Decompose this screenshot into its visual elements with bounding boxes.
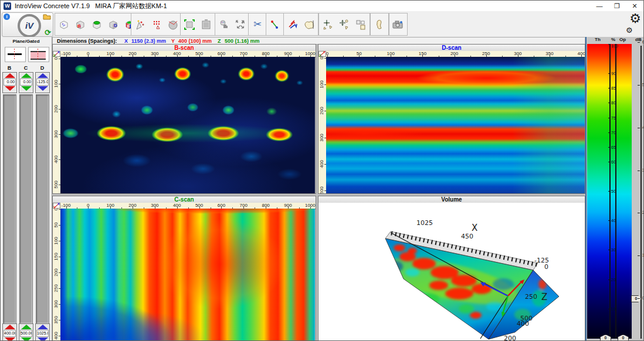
dimensions-label: Dimensions (Spacings): [57, 38, 117, 44]
toolbar-group-cut: ✂ [248, 13, 267, 36]
gated-mode-button[interactable] [28, 47, 49, 62]
percent-tick-label: 20 [611, 278, 616, 282]
pointer-markers-button[interactable] [132, 14, 148, 35]
b-scan-axis-corner: X Z [53, 51, 60, 57]
b-bottom-value[interactable]: 400.00 [4, 330, 16, 337]
c-bottom-decrease-button[interactable] [21, 337, 32, 341]
percent-tick-label: 40 [611, 219, 616, 223]
c-top-value[interactable]: 0.00 [20, 79, 32, 86]
move-objects-button[interactable] [336, 14, 352, 35]
dim-z-value: 500 (1.16) mm [225, 38, 260, 44]
introview-logo: iV [18, 14, 41, 37]
move-objects-icon [338, 19, 350, 30]
close-button[interactable]: ✕ [626, 1, 643, 11]
d-bottom-value[interactable]: 1025.00 [36, 330, 49, 337]
d-top-decrease-button[interactable] [38, 86, 48, 91]
db-marker[interactable]: 0 [631, 295, 641, 302]
settings-gears-button[interactable]: ⚙ ⚙ [626, 12, 642, 35]
percent-column-label: % [611, 37, 615, 42]
d-bottom-increase-button[interactable] [38, 325, 48, 329]
align-objects-button[interactable] [320, 14, 336, 35]
d-top-increase-button[interactable] [38, 73, 48, 78]
panel-view-button[interactable] [198, 14, 214, 35]
axis-tick-label: 500 [319, 184, 325, 193]
maximize-button[interactable]: ❐ [608, 1, 626, 11]
expand-arrows-button[interactable] [232, 14, 249, 35]
c-scan-cube-button[interactable] [89, 14, 105, 35]
d-slider-track[interactable] [36, 94, 49, 324]
b-scan-y-axis: 0100200300400500 [53, 57, 61, 193]
snapshot-camera-button[interactable] [390, 14, 406, 35]
volume-x-max-label: 1025 [416, 219, 433, 227]
d-bottom-decrease-button[interactable] [38, 337, 48, 341]
volume-view-cube-icon [58, 19, 70, 30]
b-scan-cube-icon: B [74, 19, 86, 30]
svg-text:B: B [77, 23, 81, 29]
volume-view-cube-button[interactable] [56, 14, 72, 35]
color-scale-gradient[interactable]: 100908580757065605040302010 [587, 44, 632, 339]
dim-x-label: X [124, 38, 128, 44]
c-top-decrease-button[interactable] [21, 86, 32, 91]
minimize-button[interactable]: — [591, 1, 608, 11]
arrange-boxes-button[interactable] [352, 14, 369, 35]
c-top-increase-button[interactable] [21, 73, 32, 78]
c-bottom-increase-button[interactable] [21, 325, 32, 329]
scissors-cut-button[interactable]: ✂ [249, 14, 266, 35]
db-column-label: dB [635, 37, 642, 42]
c-bottom-value[interactable]: 500.00 [20, 330, 32, 337]
navigate-arrows-icon [287, 19, 299, 30]
volume-x-mid-label: 450 [461, 233, 473, 240]
b-top-increase-button[interactable] [5, 73, 15, 78]
pointer-markers-icon [134, 19, 146, 30]
opacity-column-label: Op [619, 37, 626, 42]
render-options-button[interactable] [216, 14, 232, 35]
d-top-value[interactable]: -125.00 [36, 79, 49, 86]
b-bottom-increase-button[interactable] [5, 325, 15, 329]
foot-switch-button[interactable] [371, 14, 388, 35]
c-scan-axis-corner: X Y [53, 203, 60, 209]
info-button[interactable]: i [4, 13, 10, 20]
percent-tick-label: 75 [611, 116, 616, 121]
measure-vector-button[interactable] [267, 14, 283, 35]
measure-vector-icon [269, 19, 281, 30]
toolbar-group-foot [370, 13, 389, 36]
slider-column-d: -125.00 1025.00 [35, 72, 50, 341]
volume-y-max-label: 400 [517, 320, 529, 328]
c-slider-track[interactable] [19, 94, 33, 324]
b-bottom-decrease-button[interactable] [5, 337, 15, 341]
plane-mode-button[interactable] [5, 47, 26, 62]
b-top-decrease-button[interactable] [5, 86, 15, 91]
toolbar: i iV ⟳ B D BD [1, 11, 644, 37]
volume-3d-view[interactable]: 1025 X 450 -125 0 250 Z 500 400 200 [318, 203, 585, 341]
toolbar-group-render [215, 13, 250, 36]
b-scan-cube-button[interactable]: B [72, 14, 89, 35]
percent-tick-label: 80 [611, 101, 616, 105]
contour-shape-button[interactable] [301, 14, 317, 35]
fit-selection-button[interactable] [181, 14, 198, 35]
point-cloud-button[interactable] [148, 14, 165, 35]
slider-column-c: 0.00 500.00 [19, 72, 33, 341]
camera-icon [392, 19, 405, 30]
toolbar-group-views: B D BD [55, 13, 139, 36]
open-file-button[interactable] [43, 13, 51, 21]
c-scan-panel: C-scan X Y -1000100200300400500600700800… [52, 196, 316, 341]
volume-origin-label: 0 [544, 263, 548, 271]
b-slider-track[interactable] [3, 94, 16, 324]
percent-tick-label: 10 [611, 307, 616, 312]
d-scan-heatmap[interactable] [326, 57, 585, 193]
navigate-arrows-button[interactable] [284, 14, 301, 35]
column-d-label: D [35, 65, 49, 71]
b-scan-heatmap[interactable] [60, 57, 315, 193]
foot-switch-icon [374, 19, 385, 30]
sphere-tool-button[interactable] [165, 14, 181, 35]
d-scan-cube-button[interactable]: D [105, 14, 121, 35]
d-scan-axis-corner: Y Z [318, 51, 326, 57]
dim-y-value: 400 (100) mm [178, 38, 212, 44]
svg-text:B: B [127, 24, 130, 28]
c-scan-heatmap[interactable] [60, 209, 315, 341]
percent-tick-label: 30 [611, 248, 616, 253]
volume-z-axis-label: Z [541, 292, 547, 302]
b-scan-panel: B-scan X Z -1000100200300400500600700800… [52, 44, 316, 194]
reload-button[interactable]: ⟳ [45, 29, 51, 36]
b-top-value[interactable]: 0.00 [4, 79, 16, 86]
